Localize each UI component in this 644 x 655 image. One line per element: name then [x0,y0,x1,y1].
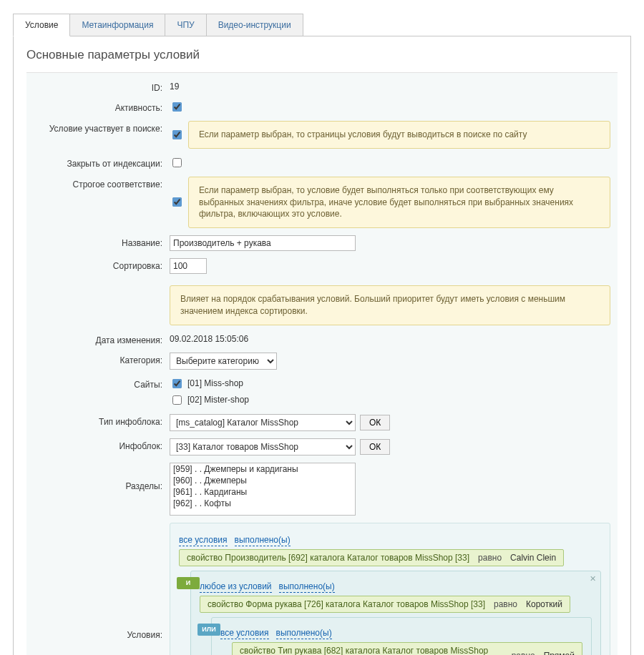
label-in-search: Условие участвует в поиске: [34,121,162,149]
rule-2[interactable]: свойство Форма рукава [726] каталога Кат… [200,596,570,613]
section-option[interactable]: [959] . . Джемперы и кардиганы [170,463,355,475]
label-sites: Сайты: [34,377,162,407]
label-conditions: Условия: [34,523,162,655]
rule-value: Короткий [526,599,562,609]
cond-group-or: ИЛИ все условия выполнено(ы) И свойство … [211,617,592,655]
rule-op: равно [512,651,535,655]
rule-op: равно [494,599,517,609]
label-noindex: Закрыть от индексации: [34,156,162,169]
section-option[interactable]: [962] . . Кофты [170,498,355,509]
select-ibtype[interactable]: [ms_catalog] Каталог MissShop [170,414,356,431]
tab-video[interactable]: Видео-инструкции [206,14,303,36]
value-id: 19 [170,80,610,93]
tabs: Условие Метаинформация ЧПУ Видео-инструк… [13,13,631,36]
input-sort[interactable] [170,258,207,274]
rule-3[interactable]: свойство Тип рукава [682] каталога Катал… [232,642,582,655]
rule-value: Calvin Clein [510,553,556,563]
checkbox-active[interactable] [172,102,182,112]
cond-group-and-inner: И свойство Тип рукава [682] каталога Кат… [232,642,582,655]
label-active: Активность: [34,100,162,114]
group-tag-or: ИЛИ [197,624,220,636]
close-icon[interactable]: ✕ [590,574,596,583]
section-option[interactable]: [961] . . Кардиганы [170,486,355,498]
note-sort: Влияет на порядок срабатывания условий. … [170,285,610,325]
checkbox-in-search[interactable] [172,130,182,139]
form-grid: ID: 19 Активность: Условие участвует в п… [26,72,618,655]
section-option[interactable]: [960] . . Джемперы [170,475,355,486]
cond-mode-all[interactable]: все условия [179,535,228,546]
label-strict: Строгое соответствие: [34,177,162,228]
select-iblock[interactable]: [33] Каталог товаров MissShop [170,438,356,455]
label-category: Категория: [34,353,162,370]
site-1-label: [01] Miss-shop [187,378,243,388]
ok-button-ibtype[interactable]: ОК [360,415,390,430]
group-tag-and: И [177,577,200,589]
value-changed: 09.02.2018 15:05:06 [170,333,610,345]
rule-property: свойство Тип рукава [682] каталога Катал… [240,646,503,655]
conditions-builder: все условия выполнено(ы) свойство Произв… [170,523,610,655]
site-2-label: [02] Mister-shop [187,395,249,405]
select-sections[interactable]: [959] . . Джемперы и кардиганы [960] . .… [170,463,356,516]
label-id: ID: [34,80,162,93]
rule-op: равно [478,553,502,563]
ok-button-iblock[interactable]: ОК [360,439,390,455]
label-ibtype: Тип инфоблока: [34,414,162,431]
cond-state-fulfilled[interactable]: выполнено(ы) [276,628,332,639]
rule-1[interactable]: свойство Производитель [692] каталога Ка… [179,549,564,566]
rule-property: свойство Форма рукава [726] каталога Кат… [208,599,485,609]
label-changed: Дата изменения: [34,333,162,345]
rule-property: свойство Производитель [692] каталога Ка… [187,553,469,563]
cond-group-and: И ✕ любое из условий выполнено(ы) свойст… [190,571,601,655]
cond-state-fulfilled[interactable]: выполнено(ы) [279,581,335,593]
checkbox-site-1[interactable] [172,379,182,388]
main-panel: Основные параметры условий ID: 19 Активн… [13,36,631,655]
tab-condition[interactable]: Условие [13,14,70,36]
tab-sef[interactable]: ЧПУ [165,14,206,36]
cond-mode-any[interactable]: любое из условий [200,581,272,593]
input-name[interactable] [170,235,356,251]
note-strict: Если параметр выбран, то условие будет в… [188,177,610,228]
label-name: Название: [34,235,162,251]
label-sections: Разделы: [34,463,162,516]
checkbox-noindex[interactable] [172,158,182,167]
rule-value: Прямой [544,651,575,655]
cond-state-fulfilled[interactable]: выполнено(ы) [235,535,291,546]
checkbox-site-2[interactable] [172,395,182,405]
select-category[interactable]: Выберите категорию [170,353,277,370]
label-sort: Сортировка: [34,258,162,274]
note-search: Если параметр выбран, то страницы услови… [188,121,610,149]
checkbox-strict[interactable] [172,197,182,207]
page-title: Основные параметры условий [26,48,618,62]
tab-meta[interactable]: Метаинформация [69,14,165,36]
label-iblock: Инфоблок: [34,438,162,455]
cond-mode-all[interactable]: все условия [220,628,269,639]
